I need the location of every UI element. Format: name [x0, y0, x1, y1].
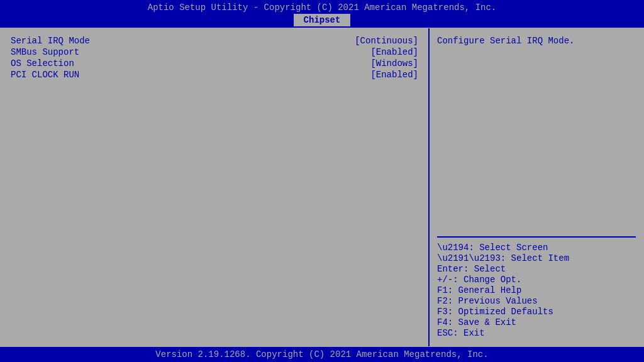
tab-bar: Chipset	[0, 13, 644, 28]
app: Aptio Setup Utility - Copyright (C) 2021…	[0, 0, 644, 362]
menu-item-label: OS Selection	[11, 58, 74, 69]
key-line: F2: Previous Values	[437, 296, 636, 306]
key-line: \u2191\u2193: Select Item	[437, 253, 636, 263]
key-line: ESC: Exit	[437, 328, 636, 338]
menu-item-label: SMBus Support	[11, 47, 79, 57]
menu-item-value: [Enabled]	[370, 47, 418, 57]
footer: Version 2.19.1268. Copyright (C) 2021 Am…	[0, 347, 644, 362]
key-line: F3: Optimized Defaults	[437, 307, 636, 317]
key-line: \u2194: Select Screen	[437, 243, 636, 253]
menu-item[interactable]: PCI CLOCK RUN[Enabled]	[11, 70, 418, 80]
header-title: Aptio Setup Utility - Copyright (C) 2021…	[148, 3, 497, 13]
menu-item-label: PCI CLOCK RUN	[11, 70, 79, 80]
menu-item[interactable]: SMBus Support[Enabled]	[11, 47, 418, 57]
menu-item-value: [Continuous]	[355, 36, 418, 46]
menu-item[interactable]: OS Selection[Windows]	[11, 58, 418, 69]
key-help: \u2194: Select Screen\u2191\u2193: Selec…	[437, 243, 636, 339]
left-panel: Serial IRQ Mode[Continuous]SMBus Support…	[1, 28, 430, 346]
tab-chipset[interactable]: Chipset	[294, 14, 351, 26]
right-panel: Configure Serial IRQ Mode. \u2194: Selec…	[430, 28, 643, 346]
key-line: F4: Save & Exit	[437, 317, 636, 327]
key-line: Enter: Select	[437, 264, 636, 274]
key-line: +/-: Change Opt.	[437, 275, 636, 285]
menu-item-value: [Enabled]	[370, 70, 418, 80]
help-text: Configure Serial IRQ Mode.	[437, 36, 636, 238]
menu-item[interactable]: Serial IRQ Mode[Continuous]	[11, 36, 418, 46]
main-content: Serial IRQ Mode[Continuous]SMBus Support…	[0, 28, 644, 347]
header: Aptio Setup Utility - Copyright (C) 2021…	[0, 0, 644, 13]
footer-text: Version 2.19.1268. Copyright (C) 2021 Am…	[155, 349, 488, 359]
key-line: F1: General Help	[437, 285, 636, 295]
menu-item-value: [Windows]	[370, 58, 418, 69]
menu-item-label: Serial IRQ Mode	[11, 36, 90, 46]
